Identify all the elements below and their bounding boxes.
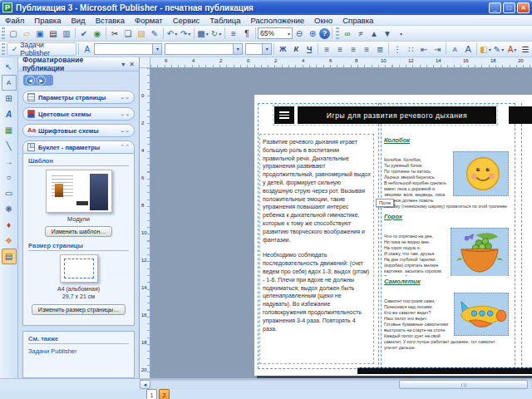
page-size-thumbnail[interactable]: [60, 254, 98, 283]
line-tool[interactable]: ╲: [2, 138, 17, 154]
autoshapes-tool[interactable]: ❋: [2, 201, 17, 217]
paste-icon[interactable]: ▨: [135, 27, 148, 40]
save-icon[interactable]: ▣: [33, 27, 47, 40]
toolbar-grip[interactable]: [2, 27, 5, 39]
order-dropdown-icon[interactable]: ▾: [206, 31, 209, 37]
font-size-dropdown-icon[interactable]: ▾: [262, 44, 271, 54]
print-preview-icon[interactable]: ▥: [60, 27, 73, 40]
menu-table[interactable]: Таблица: [204, 16, 245, 25]
rotate-icon[interactable]: ↻▾: [209, 27, 223, 40]
change-page-size-button[interactable]: Изменить размер страницы…: [32, 304, 126, 315]
nav-forward-icon[interactable]: ▶: [37, 76, 46, 85]
select-tool[interactable]: ↖: [2, 59, 17, 75]
insert-table-tool[interactable]: ⊞: [2, 91, 17, 106]
menu-file[interactable]: Файл: [0, 16, 29, 25]
font-color-dropdown-icon[interactable]: ▾: [514, 47, 516, 52]
horizontal-scrollbar-thumb[interactable]: [399, 380, 528, 389]
design-gallery-tool[interactable]: ❖: [2, 233, 17, 249]
template-thumbnail[interactable]: [46, 170, 112, 213]
undo-icon[interactable]: ↶▾: [165, 27, 179, 40]
font-combobox[interactable]: ▾: [165, 43, 243, 55]
toolbar-grip[interactable]: [2, 43, 5, 55]
line-color-dropdown-icon[interactable]: ▾: [501, 47, 504, 52]
menu-view[interactable]: Вид: [66, 16, 90, 25]
rotate-dropdown-icon[interactable]: ▾: [219, 31, 221, 37]
horizontal-ruler[interactable]: 6 4 2 0 2 4 6 8 10 12 14 16 18 20: [150, 57, 532, 68]
rectangle-tool[interactable]: ▭: [2, 185, 17, 201]
menu-edit[interactable]: Правка: [29, 16, 66, 25]
menu-format[interactable]: Формат: [130, 16, 168, 25]
order-icon[interactable]: ▩▾: [196, 27, 209, 40]
boundaries-icon[interactable]: ≡: [227, 27, 240, 40]
goroh-section[interactable]: Горох: [384, 213, 509, 276]
line-color-icon[interactable]: ✎▾: [492, 42, 505, 56]
text-box-tool[interactable]: A: [2, 75, 17, 91]
section-booklet-options[interactable]: Буклет - параметры ⌃⌃: [22, 140, 135, 154]
move-up-icon[interactable]: ▲: [367, 27, 381, 40]
intro-text-box[interactable]: Развитие речевого дыхания играет большую…: [259, 134, 374, 364]
research-icon[interactable]: ◉: [91, 27, 104, 40]
kolobok-smiley-image[interactable]: [453, 151, 509, 196]
title-banner[interactable]: Игры для развития речевого дыхания: [274, 106, 496, 124]
menu-window[interactable]: Окно: [309, 16, 337, 25]
page-tab-2[interactable]: 2: [159, 389, 170, 399]
decrease-indent-icon[interactable]: ⇤: [417, 42, 431, 56]
zoom-in-icon[interactable]: ⊕: [306, 27, 319, 40]
menu-tools[interactable]: Сервис: [168, 16, 205, 25]
taskpane-menu-icon[interactable]: ▾: [121, 61, 125, 68]
style-combobox[interactable]: ▾: [94, 43, 163, 55]
remove-hyperlink-icon[interactable]: ≠: [354, 27, 367, 40]
nav-back-icon[interactable]: ◀: [26, 76, 35, 85]
page-tab-1[interactable]: 1: [146, 389, 157, 399]
publication-page[interactable]: Игры для развития речевого дыхания Разви…: [254, 95, 532, 376]
publisher-tasks-link[interactable]: Задачи Publisher: [28, 347, 129, 355]
open-icon[interactable]: ▱: [20, 27, 33, 40]
style-dropdown-icon[interactable]: ▾: [152, 44, 161, 54]
font-color-icon[interactable]: A▾: [505, 42, 519, 56]
font-dropdown-icon[interactable]: ▾: [233, 44, 242, 54]
move-down-icon[interactable]: ▼: [381, 27, 394, 40]
section-page-options[interactable]: Параметры страницы ⌄⌄: [22, 91, 135, 104]
line-spacing-icon[interactable]: ≣: [373, 42, 387, 56]
hyperlink-icon[interactable]: ∞: [341, 27, 354, 40]
scroll-left-icon[interactable]: ◄: [140, 380, 150, 389]
grow-font-icon[interactable]: A: [461, 42, 475, 56]
toolbar-grip[interactable]: [336, 27, 339, 39]
special-characters-icon[interactable]: ¶: [240, 27, 254, 40]
align-left-icon[interactable]: ≡: [320, 42, 333, 56]
zoom-dropdown-icon[interactable]: ▾: [288, 31, 290, 37]
section-font-schemes[interactable]: Aa Шрифтовые схемы ⌄⌄: [22, 124, 135, 137]
bold-button[interactable]: Ж: [276, 42, 289, 56]
undo-dropdown-icon[interactable]: ▾: [175, 31, 177, 37]
horizontal-scrollbar-track[interactable]: ◄: [140, 379, 532, 389]
vertical-ruler[interactable]: 0 2 4 6 8 10 12 14 16 18 20: [140, 68, 150, 378]
underline-button[interactable]: Ч: [303, 42, 316, 56]
airplane-image[interactable]: [454, 293, 509, 336]
format-painter-icon[interactable]: ✎: [148, 27, 161, 40]
menu-help[interactable]: Справка: [337, 16, 378, 25]
zoom-out-icon[interactable]: ⊖: [293, 27, 306, 40]
increase-indent-icon[interactable]: ⇥: [431, 42, 444, 56]
picture-frame-tool[interactable]: ▦: [2, 122, 17, 138]
menu-arrange[interactable]: Расположение: [245, 16, 309, 25]
line-style-icon[interactable]: ☰: [519, 42, 532, 56]
scratch-area[interactable]: Игры для развития речевого дыхания Разви…: [150, 68, 532, 378]
align-right-icon[interactable]: ≡: [347, 42, 360, 56]
close-button[interactable]: ✕: [517, 2, 530, 13]
font-size-combobox[interactable]: ▾: [245, 43, 272, 55]
bullets-icon[interactable]: ∷: [404, 42, 417, 56]
redo-dropdown-icon[interactable]: ▾: [188, 31, 190, 37]
redo-icon[interactable]: ↷▾: [179, 27, 192, 40]
samoletik-section[interactable]: Самолетик: [384, 278, 509, 357]
arrow-tool[interactable]: →: [2, 154, 17, 170]
spelling-icon[interactable]: ✔: [77, 27, 91, 40]
games-column[interactable]: Колобок: [384, 134, 509, 375]
taskpane-close-icon[interactable]: ✕: [129, 61, 135, 68]
bookmark-tool[interactable]: ♦: [2, 217, 17, 233]
shrink-font-icon[interactable]: A: [448, 42, 461, 56]
styles-icon[interactable]: A: [81, 42, 94, 56]
help-icon[interactable]: ?: [319, 28, 330, 39]
align-center-icon[interactable]: ≡: [333, 42, 347, 56]
justify-icon[interactable]: ≡: [360, 42, 373, 56]
numbering-icon[interactable]: ⋮: [391, 42, 404, 56]
